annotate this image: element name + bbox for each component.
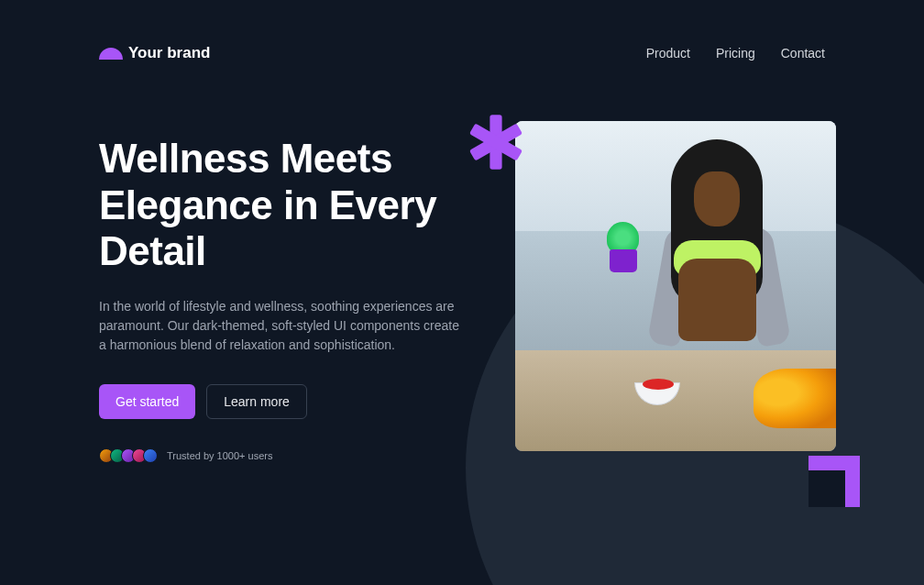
trusted-section: Trusted by 1000+ users bbox=[99, 448, 475, 463]
header: Your brand Product Pricing Contact bbox=[99, 44, 825, 62]
main-nav: Product Pricing Contact bbox=[646, 46, 825, 61]
hero-subtext: In the world of lifestyle and wellness, … bbox=[99, 297, 466, 355]
nav-link-contact[interactable]: Contact bbox=[781, 46, 825, 61]
logo[interactable]: Your brand bbox=[99, 44, 210, 62]
brand-name: Your brand bbox=[128, 44, 210, 62]
nav-link-pricing[interactable]: Pricing bbox=[716, 46, 755, 61]
asterisk-icon bbox=[466, 112, 526, 172]
hero-heading: Wellness Meets Elegance in Every Detail bbox=[99, 136, 475, 275]
cta-buttons: Get started Learn more bbox=[99, 384, 475, 419]
get-started-button[interactable]: Get started bbox=[99, 384, 195, 419]
hero-image bbox=[515, 121, 836, 451]
logo-icon bbox=[99, 48, 123, 60]
corner-decoration bbox=[808, 456, 860, 507]
nav-link-product[interactable]: Product bbox=[646, 46, 690, 61]
trusted-text: Trusted by 1000+ users bbox=[167, 450, 272, 461]
hero-content: Wellness Meets Elegance in Every Detail … bbox=[99, 136, 475, 463]
learn-more-button[interactable]: Learn more bbox=[206, 384, 307, 419]
hero-image-wrapper bbox=[512, 136, 825, 463]
avatar-group bbox=[99, 448, 158, 463]
avatar bbox=[143, 448, 158, 463]
